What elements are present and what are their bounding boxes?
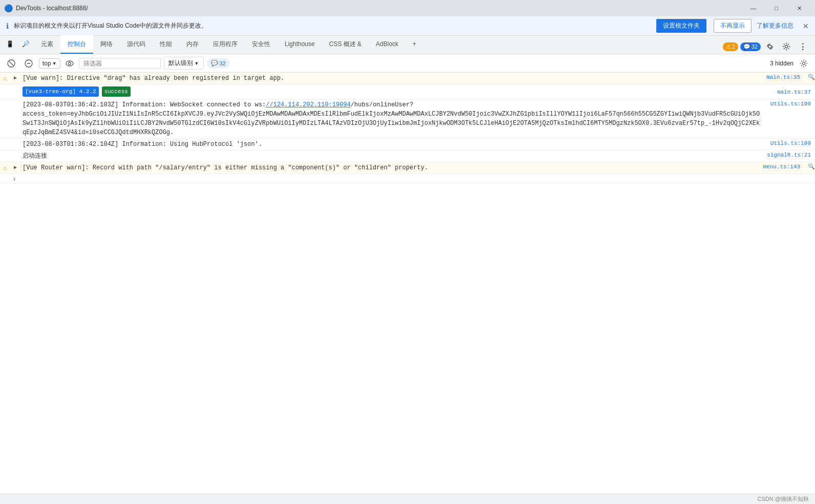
log-entry-warn-2: ⚠ ▶ [Vue Router warn]: Record with path …: [0, 162, 815, 174]
search-icon-1[interactable]: 🔍: [808, 74, 815, 80]
filter-input[interactable]: [79, 58, 161, 69]
tab-adblock[interactable]: AdBlock: [369, 35, 405, 54]
log-source-hub[interactable]: Utils.ts:199: [768, 139, 815, 147]
tab-inspect[interactable]: 🔎: [18, 35, 34, 54]
minimize-button[interactable]: —: [742, 0, 765, 16]
context-value: top: [42, 60, 51, 67]
devtools-tabs: 📱 🔎 元素 控制台 网络 源代码 性能 内存 应用程序 安全性 Lightho…: [0, 36, 815, 54]
log-text-warn-2: [Vue Router warn]: Record with path "/sa…: [20, 162, 757, 173]
tab-application[interactable]: 应用程序: [206, 35, 245, 54]
clear-console-button[interactable]: [4, 56, 18, 71]
learn-more-link[interactable]: 了解更多信息: [757, 21, 793, 30]
maximize-button[interactable]: □: [765, 0, 788, 16]
vue3-tree-org-tag: [vue3-tree-org] 4.2.2: [23, 86, 99, 97]
log-source-1[interactable]: main.ts:35: [764, 73, 804, 81]
tabs-right-area: ⚠ 2 💬 32 ⋮: [723, 39, 813, 54]
console-toolbar: top ▼ 默认级别 ▼ 💬 32 3 hidden: [0, 54, 815, 73]
log-entry-warn-1: ⚠ ▶ [Vue warn]: Directive "drag" has alr…: [0, 73, 815, 84]
svg-point-8: [803, 62, 805, 64]
message-count-badge[interactable]: 💬 32: [740, 42, 761, 51]
warning-count: 2: [732, 43, 735, 50]
message-count: 32: [752, 43, 758, 50]
log-entry-hub: [2023-08-03T01:36:42.104Z] Information: …: [0, 139, 815, 150]
warn-icon-2: ⚠: [0, 162, 10, 172]
tab-css[interactable]: CSS 概述 &: [322, 35, 369, 54]
log-text-plain: 启动连接: [20, 150, 761, 162]
svg-point-0: [768, 45, 771, 48]
success-tag: success: [102, 86, 131, 97]
warn-icon-1: ⚠: [0, 73, 10, 83]
tab-device-toggle[interactable]: 📱: [2, 35, 18, 54]
tab-console[interactable]: 控制台: [60, 35, 93, 54]
console-msg-icon: 💬: [211, 60, 218, 67]
spacer-arrow-tags: [10, 86, 20, 97]
tab-performance[interactable]: 性能: [153, 35, 179, 54]
log-level-selector[interactable]: 默认级别 ▼: [164, 57, 204, 70]
console-settings-button[interactable]: [797, 56, 811, 71]
eye-button[interactable]: [63, 57, 76, 70]
window-controls: — □ ✕: [742, 0, 811, 16]
log-text-ws: [2023-08-03T01:36:42.103Z] Information: …: [20, 99, 764, 138]
bottom-bar: CSDN @咦咦不知秋: [0, 494, 815, 504]
level-label: 默认级别: [168, 59, 193, 68]
log-source-plain[interactable]: signalR.ts:21: [765, 150, 815, 159]
devtools-icon: 🔵: [4, 4, 13, 12]
spacer-arrow-hub: [10, 139, 20, 149]
spacer-arrow-plain: [10, 150, 20, 161]
info-message: 标识项目的根文件夹以打开Visual Studio Code中的源文件并同步更改…: [14, 21, 651, 30]
log-source-right-tags: main.ts:37: [771, 87, 815, 96]
expand-arrow-2[interactable]: ▶: [10, 162, 20, 172]
context-arrow: ▼: [52, 61, 57, 66]
tab-memory[interactable]: 内存: [179, 35, 206, 54]
info-bar: ℹ 标识项目的根文件夹以打开Visual Studio Code中的源文件并同步…: [0, 16, 815, 36]
tab-lighthouse[interactable]: Lighthouse: [277, 35, 322, 54]
close-button[interactable]: ✕: [788, 0, 811, 16]
broadcast-icon-btn[interactable]: [763, 39, 777, 54]
log-source-ws[interactable]: Utils.ts:199: [768, 99, 815, 108]
device-toggle-icon: 📱: [6, 40, 14, 48]
log-entry-ws: [2023-08-03T01:36:42.103Z] Information: …: [0, 99, 815, 139]
svg-point-7: [68, 62, 71, 64]
set-root-folder-button[interactable]: 设置根文件夹: [656, 19, 706, 33]
tab-network[interactable]: 网络: [93, 35, 120, 54]
settings-icon-btn[interactable]: [779, 39, 793, 54]
log-text-hub: [2023-08-03T01:36:42.104Z] Information: …: [20, 139, 764, 150]
log-tags-content: [vue3-tree-org] 4.2.2 success: [20, 85, 771, 98]
log-source-right-plain: signalR.ts:21: [761, 150, 815, 159]
warning-count-badge[interactable]: ⚠ 2: [723, 42, 738, 51]
info-icon: ℹ: [6, 22, 9, 30]
tab-elements[interactable]: 元素: [34, 35, 60, 54]
warning-icon: ⚠: [726, 43, 731, 50]
dont-show-button[interactable]: 不再显示: [714, 19, 752, 33]
console-msg-count: 32: [220, 60, 226, 67]
log-source-right-ws: Utils.ts:199: [764, 99, 815, 108]
context-selector[interactable]: top ▼: [39, 58, 60, 69]
spacer-arrow-ws: [10, 99, 20, 109]
info-close-button[interactable]: ✕: [803, 22, 809, 30]
title-bar: 🔵 DevTools - localhost:8888/ — □ ✕: [0, 0, 815, 16]
expand-row-arrow[interactable]: ›: [10, 174, 15, 183]
log-text-1: [Vue warn]: Directive "drag" has already…: [20, 73, 760, 84]
tab-security[interactable]: 安全性: [245, 35, 277, 54]
log-source-tags[interactable]: main.ts:37: [775, 87, 815, 96]
stop-button[interactable]: [22, 56, 36, 71]
bottom-text: CSDN @咦咦不知秋: [758, 495, 809, 503]
svg-line-3: [9, 61, 13, 65]
spacer-icon-tags: [0, 86, 10, 97]
log-entry-plain: 启动连接 signalR.ts:21: [0, 150, 815, 162]
log-source-warn-2[interactable]: menu.ts:143: [761, 162, 804, 171]
spacer-icon-plain: [0, 150, 10, 161]
expand-arrow-1[interactable]: ▶: [10, 73, 20, 83]
log-expand-row: ›: [0, 174, 815, 183]
tab-sources[interactable]: 源代码: [120, 35, 153, 54]
hidden-count: 3 hidden: [770, 60, 793, 67]
tab-add[interactable]: +: [405, 35, 423, 54]
log-source-right-hub: Utils.ts:199: [764, 139, 815, 147]
more-options-btn[interactable]: ⋮: [796, 39, 810, 54]
console-output: ⚠ ▶ [Vue warn]: Directive "drag" has alr…: [0, 73, 815, 494]
console-message-badge[interactable]: 💬 32: [207, 58, 230, 68]
window-title: DevTools - localhost:8888/: [16, 5, 742, 12]
search-icon-2[interactable]: 🔍: [808, 163, 815, 170]
spacer-icon-hub: [0, 139, 10, 149]
ws-link[interactable]: //124.114.202.110:19094: [266, 101, 351, 108]
